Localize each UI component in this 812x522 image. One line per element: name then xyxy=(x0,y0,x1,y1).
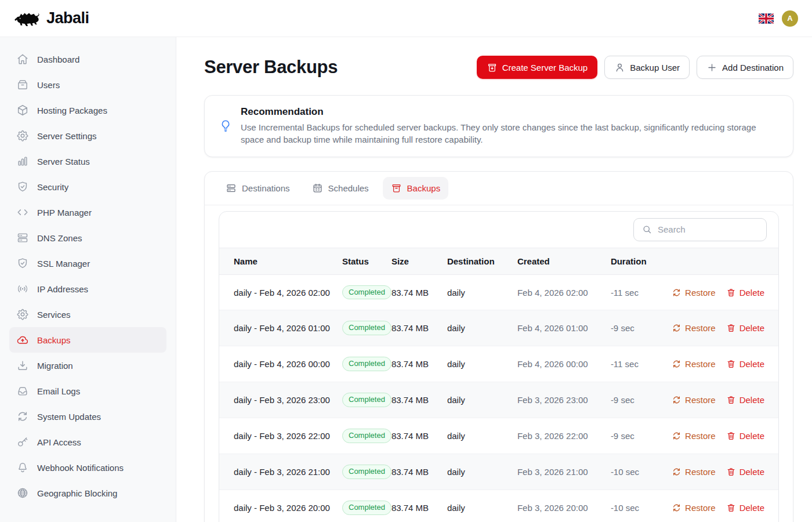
refresh-icon xyxy=(672,323,682,333)
sidebar-item-services[interactable]: Services xyxy=(9,302,166,327)
tab-backups[interactable]: Backups xyxy=(383,177,449,200)
backup-name: daily - Feb 4, 2026 02:00 xyxy=(219,274,342,310)
add-destination-button[interactable]: Add Destination xyxy=(697,56,793,79)
backup-name: daily - Feb 4, 2026 00:00 xyxy=(219,346,342,382)
sidebar-item-label: DNS Zones xyxy=(37,233,82,243)
backup-created: Feb 4, 2026 01:00 xyxy=(517,310,611,346)
sidebar-item-api-access[interactable]: API Access xyxy=(9,429,166,455)
column-header-destination: Destination xyxy=(447,248,517,274)
search-input[interactable] xyxy=(658,224,759,234)
home-icon xyxy=(16,53,29,66)
restore-button[interactable]: Restore xyxy=(672,359,716,369)
trash-icon xyxy=(726,467,736,477)
create-server-backup-button[interactable]: Create Server Backup xyxy=(477,56,598,79)
backup-user-button[interactable]: Backup User xyxy=(604,56,690,79)
sidebar-item-php-manager[interactable]: PHP Manager xyxy=(9,200,166,225)
sidebar-item-label: SSL Manager xyxy=(37,259,90,269)
boar-icon xyxy=(14,9,42,28)
sidebar-item-label: PHP Manager xyxy=(37,208,92,217)
avatar[interactable]: A xyxy=(782,10,798,27)
backup-size: 83.74 MB xyxy=(392,418,447,454)
backup-duration: -9 sec xyxy=(611,310,669,346)
sidebar-item-label: Email Logs xyxy=(37,386,80,396)
status-badge: Completed xyxy=(342,465,392,479)
sidebar-item-label: Users xyxy=(37,80,60,90)
sidebar-nav: Dashboard Users Hosting Packages Server … xyxy=(0,37,176,522)
column-header-created: Created xyxy=(517,248,611,274)
sidebar-item-geographic-blocking[interactable]: Geographic Blocking xyxy=(9,480,166,506)
recommendation-card: Recommendation Use Incremental Backups f… xyxy=(204,95,793,157)
table-row: daily - Feb 3, 2026 21:00 Completed 83.7… xyxy=(219,454,778,490)
backup-duration: -10 sec xyxy=(611,454,669,490)
delete-button[interactable]: Delete xyxy=(726,395,764,405)
sidebar-item-email-logs[interactable]: Email Logs xyxy=(9,378,166,404)
download-tray-icon xyxy=(16,359,29,372)
sidebar-item-dns-zones[interactable]: DNS Zones xyxy=(9,225,166,251)
search-box xyxy=(633,218,767,241)
tab-destinations[interactable]: Destinations xyxy=(217,177,298,200)
backup-created: Feb 4, 2026 02:00 xyxy=(517,274,611,310)
shield-check-icon xyxy=(16,180,29,193)
backup-destination: daily xyxy=(447,346,517,382)
sidebar-item-label: Webhook Notifications xyxy=(37,463,124,473)
plus-icon xyxy=(706,62,717,73)
refresh-icon xyxy=(672,395,682,405)
trash-icon xyxy=(726,288,736,298)
sidebar-item-migration[interactable]: Migration xyxy=(9,353,166,378)
inbox-icon xyxy=(16,385,29,397)
sidebar-item-ssl-manager[interactable]: SSL Manager xyxy=(9,251,166,276)
server-stack-icon xyxy=(16,231,29,244)
backup-duration: -9 sec xyxy=(611,382,669,418)
sidebar-item-system-updates[interactable]: System Updates xyxy=(9,404,166,429)
backup-name: daily - Feb 3, 2026 20:00 xyxy=(219,490,342,522)
backup-destination: daily xyxy=(447,310,517,346)
trash-icon xyxy=(726,395,736,405)
restore-button[interactable]: Restore xyxy=(672,323,716,333)
restore-button[interactable]: Restore xyxy=(672,467,716,477)
shield-check-icon xyxy=(16,257,29,270)
backup-name: daily - Feb 3, 2026 22:00 xyxy=(219,418,342,454)
sidebar-item-backups[interactable]: Backups xyxy=(9,327,166,353)
restore-button[interactable]: Restore xyxy=(672,288,716,298)
table-row: daily - Feb 4, 2026 01:00 Completed 83.7… xyxy=(219,310,778,346)
sidebar-item-server-settings[interactable]: Server Settings xyxy=(9,123,166,148)
sidebar-item-label: Migration xyxy=(37,361,73,371)
refresh-icon xyxy=(672,503,682,513)
bar-chart-icon xyxy=(16,155,29,168)
refresh-icon xyxy=(672,359,682,369)
status-badge: Completed xyxy=(342,357,392,371)
table-row: daily - Feb 4, 2026 00:00 Completed 83.7… xyxy=(219,346,778,382)
sidebar-item-label: Hosting Packages xyxy=(37,106,107,115)
backup-duration: -11 sec xyxy=(611,274,669,310)
delete-button[interactable]: Delete xyxy=(726,288,764,298)
tab-schedules[interactable]: Schedules xyxy=(304,177,377,200)
arrows-rotate-icon xyxy=(16,410,29,423)
language-flag-icon[interactable] xyxy=(759,13,774,24)
cube-icon xyxy=(16,104,29,117)
column-header-duration: Duration xyxy=(611,248,669,274)
delete-button[interactable]: Delete xyxy=(726,431,764,441)
sidebar-item-label: Dashboard xyxy=(37,55,79,64)
sidebar-item-ip-addresses[interactable]: IP Addresses xyxy=(9,276,166,302)
backup-duration: -10 sec xyxy=(611,490,669,522)
delete-button[interactable]: Delete xyxy=(726,359,764,369)
sidebar-item-security[interactable]: Security xyxy=(9,174,166,200)
restore-button[interactable]: Restore xyxy=(672,395,716,405)
sidebar-item-users[interactable]: Users xyxy=(9,72,166,97)
brand-logo[interactable]: Jabali xyxy=(14,9,89,28)
sidebar-item-webhook-notifications[interactable]: Webhook Notifications xyxy=(9,455,166,480)
user-icon xyxy=(614,62,625,73)
sidebar-item-label: Server Status xyxy=(37,157,90,166)
column-header-name: Name xyxy=(219,248,342,274)
delete-button[interactable]: Delete xyxy=(726,503,764,513)
sidebar-item-dashboard[interactable]: Dashboard xyxy=(9,46,166,72)
restore-button[interactable]: Restore xyxy=(672,431,716,441)
delete-button[interactable]: Delete xyxy=(726,323,764,333)
search-icon xyxy=(641,224,652,235)
sidebar-item-hosting-packages[interactable]: Hosting Packages xyxy=(9,97,166,123)
backup-created: Feb 3, 2026 23:00 xyxy=(517,382,611,418)
delete-button[interactable]: Delete xyxy=(726,467,764,477)
sidebar-item-server-status[interactable]: Server Status xyxy=(9,148,166,174)
restore-button[interactable]: Restore xyxy=(672,503,716,513)
sidebar-item-label: Security xyxy=(37,182,68,192)
